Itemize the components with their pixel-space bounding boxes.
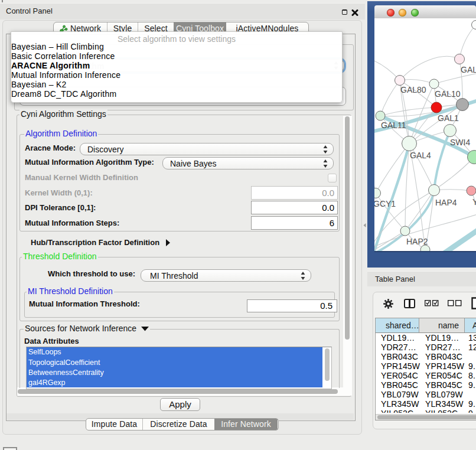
svg-text:GAL4: GAL4 (410, 151, 431, 160)
svg-text:GAL11: GAL11 (381, 120, 406, 130)
svg-text:HAP4: HAP4 (435, 198, 457, 207)
svg-text:GAL10: GAL10 (435, 89, 461, 99)
svg-text:GAL80: GAL80 (400, 85, 426, 94)
svg-text:SWI4: SWI4 (450, 138, 470, 147)
svg-text:GAL1: GAL1 (438, 113, 459, 123)
svg-text:Y: Y (472, 197, 476, 207)
svg-text:GAL7: GAL7 (461, 65, 476, 74)
svg-text:HAP2: HAP2 (406, 237, 428, 246)
svg-text:GCY1: GCY1 (374, 199, 396, 208)
